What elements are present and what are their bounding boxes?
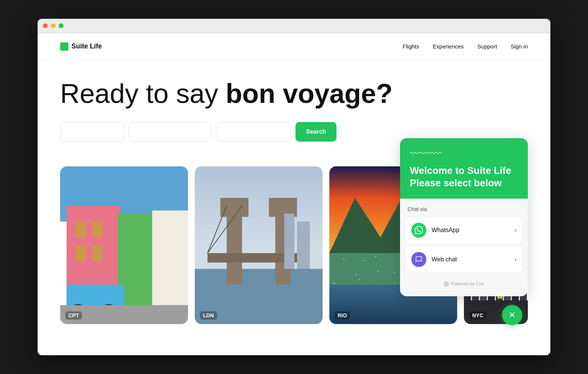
powered-by: C Powered by Cue xyxy=(406,276,522,289)
webchat-option[interactable]: Web chat › xyxy=(406,247,522,272)
powered-icon: C xyxy=(444,281,449,287)
webchat-chevron: › xyxy=(515,256,517,263)
nav-signin[interactable]: Sign in xyxy=(511,43,528,50)
titlebar xyxy=(38,19,550,33)
card1-canvas xyxy=(60,166,188,324)
nav-experiences[interactable]: Experiences xyxy=(433,43,464,50)
image-card-london[interactable]: LDN xyxy=(195,166,323,324)
card4-label: NYC xyxy=(469,311,486,320)
powered-text: Powered by Cue xyxy=(451,281,484,287)
image-card-capetown[interactable]: CPT xyxy=(60,166,188,324)
webchat-icon xyxy=(411,252,426,267)
close-chat-button[interactable]: ✕ xyxy=(502,305,522,325)
chat-header: 〰〰〰 Welcome to Suite Life Please select … xyxy=(400,138,528,199)
card2-label: LDN xyxy=(200,311,217,320)
search-button[interactable]: Search xyxy=(296,122,336,142)
logo[interactable]: Suite Life xyxy=(60,42,102,51)
card2-canvas xyxy=(195,166,323,324)
navbar: Suite Life Flights Experiences Support S… xyxy=(38,33,550,60)
chat-title: Welcome to Suite Life Please select belo… xyxy=(410,164,518,189)
page-content: Suite Life Flights Experiences Support S… xyxy=(38,33,550,355)
hero-title: Ready to say bon voyage? xyxy=(60,79,528,109)
card3-label: RIO xyxy=(335,311,350,320)
logo-text: Suite Life xyxy=(71,42,102,50)
close-dot[interactable] xyxy=(43,23,48,28)
logo-icon xyxy=(60,42,68,51)
wave-icon: 〰〰〰 xyxy=(410,149,518,159)
nav-support[interactable]: Support xyxy=(477,43,497,50)
whatsapp-option[interactable]: WhatsApp › xyxy=(406,217,522,243)
whatsapp-label: WhatsApp xyxy=(432,227,509,234)
chat-body: Chat via WhatsApp › xyxy=(400,199,528,296)
whatsapp-chevron: › xyxy=(515,227,517,234)
chat-widget: 〰〰〰 Welcome to Suite Life Please select … xyxy=(400,138,528,296)
search-destination[interactable] xyxy=(60,122,124,142)
browser-window: Suite Life Flights Experiences Support S… xyxy=(38,19,550,355)
minimize-dot[interactable] xyxy=(51,23,56,28)
nav-flights[interactable]: Flights xyxy=(403,43,419,50)
card1-label: CPT xyxy=(65,311,82,320)
whatsapp-icon xyxy=(411,223,426,238)
maximize-dot[interactable] xyxy=(59,23,64,28)
search-guests[interactable] xyxy=(216,122,291,142)
hero-title-normal: Ready to say xyxy=(60,78,226,109)
chat-via-label: Chat via xyxy=(406,206,522,212)
hero-title-bold: bon voyage? xyxy=(226,78,393,109)
search-dates[interactable] xyxy=(129,122,211,142)
nav-links: Flights Experiences Support Sign in xyxy=(403,43,528,50)
webchat-label: Web chat xyxy=(432,256,509,263)
